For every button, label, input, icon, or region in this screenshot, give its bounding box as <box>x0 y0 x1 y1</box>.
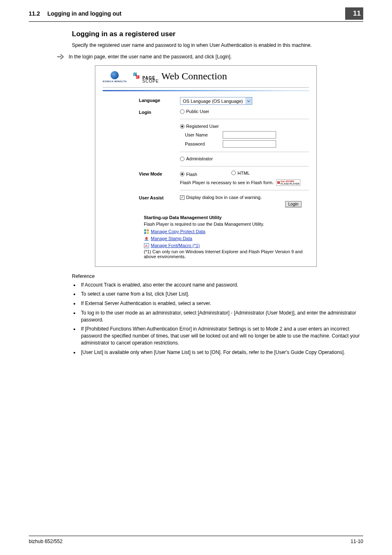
chapter-box: 11 <box>345 7 363 20</box>
font-icon: A <box>144 243 149 248</box>
flash-player-badge[interactable]: f Get ADOBE FLASH PLAYER <box>276 179 300 186</box>
radio-flash[interactable]: Flash <box>180 172 197 177</box>
reference-item: If Account Track is enabled, also enter … <box>79 282 363 289</box>
login-screenshot: KONICA MINOLTA PAGE SCOPE Web Connection <box>95 65 317 267</box>
section-title: Logging in and logging out <box>47 10 345 17</box>
language-select[interactable]: OS Language (OS Language) <box>180 97 252 105</box>
checkbox-warning-dialog-label: Display dialog box in case of warning. <box>186 195 262 200</box>
pagescope-bottom: SCOPE <box>143 80 159 83</box>
stamp-icon <box>144 236 149 241</box>
konica-minolta-logo: KONICA MINOLTA <box>103 71 127 83</box>
reference-item: If [Prohibited Functions When Authentica… <box>79 326 363 346</box>
radio-html-label: HTML <box>238 171 250 176</box>
svg-rect-5 <box>144 232 146 234</box>
step-text: In the login page, enter the user name a… <box>69 54 232 60</box>
radio-html[interactable]: HTML <box>231 171 250 176</box>
footer-left: bizhub 652/552 <box>29 539 62 544</box>
link-manage-copy-protect[interactable]: Manage Copy Protect Data <box>144 229 205 234</box>
svg-text:A: A <box>145 244 148 248</box>
section-number: 11.2 <box>29 10 40 17</box>
radio-registered-user[interactable]: Registered User <box>180 124 219 129</box>
user-name-label: User Name <box>185 132 214 137</box>
radio-administrator[interactable]: Administrator <box>180 156 213 161</box>
language-label: Language <box>139 97 180 105</box>
heading-registered-user: Logging in as a registered user <box>72 30 363 38</box>
arrow-icon <box>57 54 69 60</box>
globe-icon <box>111 71 119 79</box>
gradient-rule <box>103 90 309 91</box>
link-manage-copy-protect-label: Manage Copy Protect Data <box>151 229 205 234</box>
reference-item: To log in to the user mode as an adminis… <box>79 310 363 324</box>
svg-rect-6 <box>147 232 149 234</box>
reference-item: [User List] is available only when [User… <box>79 349 363 356</box>
utility-line: Flash Player is required to use the Data… <box>144 222 309 227</box>
header-rule <box>29 21 363 22</box>
grid-icon <box>144 229 149 234</box>
reference-list: If Account Track is enabled, also enter … <box>72 282 363 356</box>
flash-f-icon: f <box>277 181 280 184</box>
login-button[interactable]: Login <box>285 201 302 207</box>
link-manage-stamp[interactable]: Manage Stamp Data <box>144 236 192 241</box>
link-manage-stamp-label: Manage Stamp Data <box>151 236 192 241</box>
radio-registered-user-label: Registered User <box>186 124 219 129</box>
checkbox-warning-dialog[interactable]: ✓Display dialog box in case of warning. <box>180 195 262 200</box>
svg-rect-7 <box>145 240 148 240</box>
link-manage-font-macro[interactable]: A Manage Font/Macro (*1) <box>144 243 200 248</box>
reference-label: Reference <box>72 273 363 279</box>
reference-item: If External Server Authentication is ena… <box>79 300 363 307</box>
chevron-down-icon <box>245 97 252 104</box>
view-mode-label: View Mode <box>139 171 180 190</box>
radio-flash-label: Flash <box>186 172 197 177</box>
web-connection-title: Web Connection <box>161 71 227 82</box>
svg-rect-4 <box>147 229 149 231</box>
radio-public-user[interactable]: Public User <box>180 109 209 114</box>
footer-right: 11-10 <box>350 539 363 544</box>
reference-item: To select a user name from a list, click… <box>79 291 363 298</box>
password-label: Password <box>185 141 214 146</box>
user-name-input[interactable] <box>223 131 276 139</box>
radio-public-user-label: Public User <box>186 109 209 114</box>
language-select-value: OS Language (OS Language) <box>180 99 245 104</box>
utility-note: (*1) Can only run on Windows Internet Ex… <box>144 249 304 259</box>
utility-title: Starting-up Data Management Utility <box>144 215 309 220</box>
intro-paragraph: Specify the registered user name and pas… <box>72 42 363 49</box>
pagescope-logo: PAGE SCOPE Web Connection <box>133 71 227 83</box>
pagescope-icon <box>133 72 140 79</box>
page-footer: bizhub 652/552 11-10 <box>29 536 363 544</box>
brand-text: KONICA MINOLTA <box>103 80 127 83</box>
password-input[interactable] <box>223 140 276 148</box>
flash-badge-line2: FLASH PLAYER <box>281 183 299 185</box>
link-manage-font-macro-label: Manage Font/Macro (*1) <box>151 243 200 248</box>
flash-note: Flash Player is necessary to see in Flas… <box>180 180 274 185</box>
step-row: In the login page, enter the user name a… <box>72 54 363 60</box>
svg-rect-3 <box>144 229 146 231</box>
page-header: 11.2 Logging in and logging out 11 <box>29 0 363 20</box>
login-label: Login <box>139 109 180 166</box>
user-assist-label: User Assist <box>139 194 180 200</box>
radio-administrator-label: Administrator <box>186 156 213 161</box>
